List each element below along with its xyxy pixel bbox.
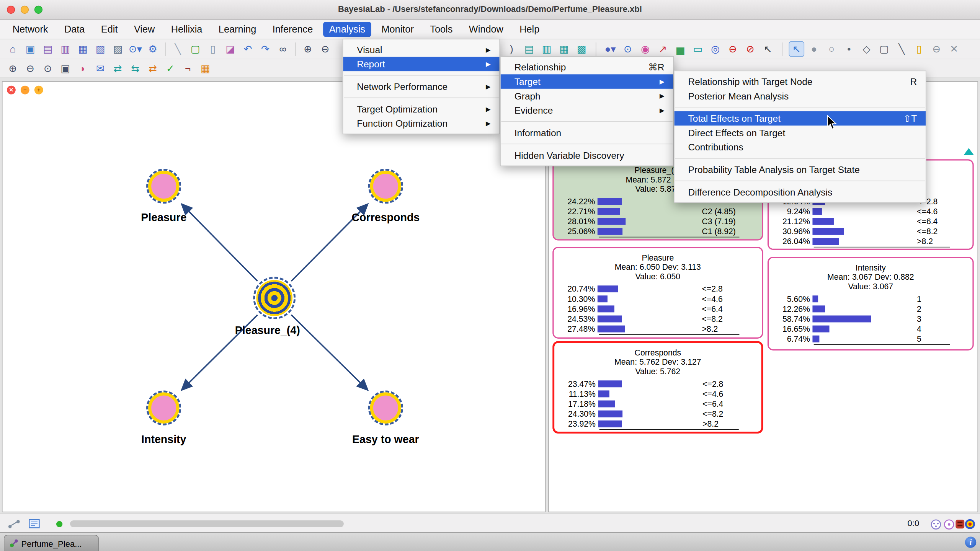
monitor-pleasure[interactable]: Pleasure Mean: 6.050 Dev: 3.113 Value: 6… [552, 247, 763, 339]
monitor-state-row[interactable]: 23.47% <=2.8 [559, 378, 756, 388]
menu-help[interactable]: Help [513, 22, 546, 37]
node-easy-to-wear[interactable] [370, 392, 402, 424]
monitor-state-row[interactable]: 22.71% C2 (4.85) [559, 206, 757, 216]
rect-shape-icon[interactable]: ▢ [876, 41, 892, 57]
home-icon[interactable]: ⌂ [5, 41, 21, 57]
menu-item-report[interactable]: Report ▶ [343, 57, 499, 72]
monitor-state-row[interactable]: 23.92% >8.2 [559, 419, 756, 429]
arc-create-icon[interactable]: ╲ [170, 41, 186, 57]
note-icon[interactable]: ▯ [911, 41, 927, 57]
menu-view[interactable]: View [128, 22, 161, 37]
align-left-icon[interactable]: ▤ [521, 41, 537, 57]
monitor-state-row[interactable]: 58.74% 3 [774, 314, 967, 324]
comment-icon[interactable]: ▭ [690, 41, 706, 57]
node-pleasure[interactable] [148, 171, 180, 202]
arc-force-icon[interactable]: ↗ [655, 41, 671, 57]
menu-item-probability-table-analysis[interactable]: Probability Table Analysis on Target Sta… [675, 162, 926, 177]
paint-mode-icon[interactable]: ◗ [75, 60, 91, 76]
monitor-state-row[interactable]: 6.74% 5 [774, 334, 967, 344]
monitor-intensity[interactable]: Intensity Mean: 3.067 Dev: 0.882 Value: … [768, 257, 974, 350]
database-icon[interactable]: ▥ [57, 41, 73, 57]
clipboard-icon[interactable]: ▯ [205, 41, 221, 57]
select-tool-icon[interactable]: ↖ [789, 41, 804, 57]
menu-analysis[interactable]: Analysis [323, 22, 371, 37]
menu-item-difference-decomposition-analysis[interactable]: Difference Decomposition Analysis [675, 185, 926, 199]
save-as-icon[interactable]: ▧ [93, 41, 108, 57]
relations-icon[interactable] [944, 519, 954, 530]
node-id-icon[interactable]: ⊙ [620, 41, 636, 57]
monitor-eye-icon[interactable]: ◎ [707, 41, 723, 57]
menu-item-posterior-mean-analysis[interactable]: Posterior Mean Analysis [675, 89, 926, 103]
monitor-state-row[interactable]: 24.53% <=8.2 [559, 314, 757, 324]
align-right-icon[interactable]: ▦ [556, 41, 572, 57]
collapse-icon[interactable]: ⊖ [929, 41, 944, 57]
monitor-state-row[interactable]: 30.96% <=8.2 [774, 226, 967, 236]
collapse-monitors-icon[interactable] [964, 148, 974, 155]
monitor-state-row[interactable]: 24.30% <=8.2 [559, 409, 756, 419]
node-corresponds[interactable] [370, 171, 402, 202]
forbid-icon[interactable]: ⊖ [725, 41, 741, 57]
ellipse-shape-icon[interactable]: ○ [824, 41, 840, 57]
line-shape-icon[interactable]: ╲ [894, 41, 910, 57]
menu-window[interactable]: Window [462, 22, 510, 37]
validation-check-icon[interactable]: ✓ [162, 60, 178, 76]
menu-item-network-performance[interactable]: Network Performance ▶ [343, 79, 499, 94]
monitor-state-row[interactable]: 11.13% <=4.6 [559, 389, 756, 399]
undo-icon[interactable]: ↶ [240, 41, 256, 57]
contingency-table-icon[interactable]: ▦ [198, 60, 213, 76]
monitor-state-row[interactable]: 20.74% <=2.8 [559, 284, 757, 293]
distribute-icon[interactable]: ▩ [574, 41, 590, 57]
menu-item-total-effects-on-target[interactable]: Total Effects on Target ⇧T [675, 111, 926, 126]
monitor-state-row[interactable]: 17.18% <=6.4 [559, 399, 756, 409]
print-icon[interactable]: ▨ [110, 41, 126, 57]
monitor-state-row[interactable]: 28.01% C3 (7.19) [559, 216, 757, 226]
zoom-out-icon[interactable]: ⊖ [317, 41, 333, 57]
menu-item-relationship-with-target-node[interactable]: Relationship with Target Node R [675, 74, 926, 89]
negation-icon[interactable]: ¬ [180, 60, 196, 76]
monitor-state-row[interactable]: 9.24% <=4.6 [774, 206, 967, 216]
document-tab[interactable]: Perfume_Plea... [4, 535, 99, 551]
horizontal-scrollbar-thumb[interactable] [70, 520, 344, 527]
menu-edit[interactable]: Edit [95, 22, 124, 37]
node-create-icon[interactable]: ▢ [188, 41, 203, 57]
menu-item-graph[interactable]: Graph ▶ [501, 89, 673, 103]
zoom-tool-icon[interactable]: ⊙▾ [127, 41, 143, 57]
node-intensity[interactable] [148, 392, 180, 424]
monitor-state-row[interactable]: 10.30% <=4.6 [559, 293, 757, 303]
redo-icon[interactable]: ↷ [258, 41, 273, 57]
monitor-corresponds[interactable]: Corresponds Mean: 5.762 Dev: 3.127 Value… [552, 341, 763, 434]
menu-item-target[interactable]: Target ▶ [501, 74, 673, 89]
menu-monitor[interactable]: Monitor [375, 22, 420, 37]
monitor-state-row[interactable]: 5.60% 1 [774, 293, 967, 303]
menu-inference[interactable]: Inference [266, 22, 319, 37]
node-style-icon[interactable]: ●▾ [603, 41, 618, 57]
chart-icon[interactable]: ▅ [673, 41, 688, 57]
menu-tools[interactable]: Tools [424, 22, 459, 37]
monitor-state-row[interactable]: 21.12% <=6.4 [774, 216, 967, 226]
node-intensity-label[interactable]: Intensity [141, 433, 186, 446]
pointer-info-icon[interactable]: ↖ [760, 41, 776, 57]
node-easy-to-wear-label[interactable]: Easy to wear [352, 433, 419, 446]
new-network-icon[interactable]: ▣ [23, 41, 38, 57]
menu-hellixia[interactable]: Hellixia [165, 22, 208, 37]
align-center-icon[interactable]: ▥ [539, 41, 554, 57]
zoom-out-view-icon[interactable]: ⊖ [23, 60, 38, 76]
menu-item-target-optimization[interactable]: Target Optimization ▶ [343, 102, 499, 116]
states-icon[interactable] [931, 519, 941, 530]
resample-icon[interactable]: ⇄ [145, 60, 161, 76]
invert-arc-icon[interactable]: ⇆ [127, 60, 143, 76]
settings-gear-icon[interactable]: ⚙ [145, 41, 161, 57]
node-pleasure-4-label[interactable]: Pleasure_(4) [235, 324, 300, 337]
menu-network[interactable]: Network [6, 22, 54, 37]
node-corresponds-label[interactable]: Corresponds [351, 211, 420, 224]
zoom-fit-icon[interactable]: ⊙ [40, 60, 56, 76]
swap-arcs-icon[interactable]: ⇄ [110, 60, 126, 76]
monitor-state-row[interactable]: 12.26% 2 [774, 303, 967, 313]
alert-icon[interactable] [955, 519, 965, 529]
target-node-icon[interactable]: ◉ [637, 41, 653, 57]
menu-item-function-optimization[interactable]: Function Optimization ▶ [343, 116, 499, 131]
arc-mode-icon[interactable] [8, 520, 21, 528]
right-paren-icon[interactable]: ) [504, 41, 519, 57]
magnify-doc-icon[interactable]: ▣ [57, 60, 73, 76]
monitor-state-row[interactable]: 25.06% C1 (8.92) [559, 226, 757, 236]
